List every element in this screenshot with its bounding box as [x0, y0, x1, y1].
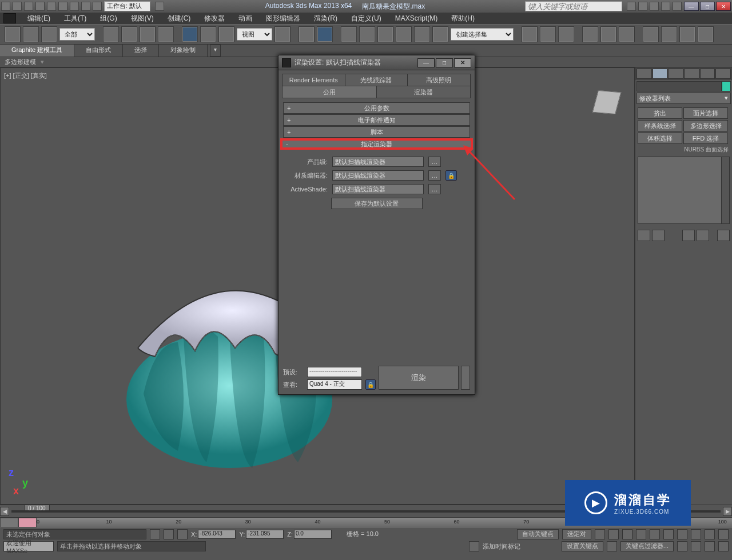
play-icon[interactable]	[636, 529, 646, 539]
rollout-email[interactable]: +电子邮件通知	[283, 114, 470, 126]
save-defaults-button[interactable]: 保存为默认设置	[331, 198, 423, 209]
info-center-icon[interactable]	[627, 2, 636, 11]
select-by-name-icon[interactable]	[121, 26, 137, 42]
angle-snap-icon[interactable]	[359, 26, 375, 42]
undo-icon[interactable]	[47, 2, 56, 11]
ref-coord-dropdown[interactable]: 视图	[237, 28, 272, 41]
nav-extents-icon[interactable]	[705, 529, 715, 539]
mirror-icon[interactable]	[522, 26, 538, 42]
select-and-scale-icon[interactable]	[218, 26, 234, 42]
menu-maxscript[interactable]: MAXScript(M)	[389, 14, 444, 22]
coord-z[interactable]: 0.0	[294, 530, 332, 539]
rollout-scripts[interactable]: +脚本	[283, 126, 470, 138]
menu-views[interactable]: 视图(V)	[125, 14, 160, 23]
favorites-icon[interactable]	[661, 2, 670, 11]
percent-snap-icon[interactable]	[377, 26, 393, 42]
select-link-icon[interactable]	[5, 26, 21, 42]
dialog-maximize-button[interactable]: □	[436, 58, 453, 67]
time-next-icon[interactable]: ▶	[723, 507, 732, 516]
ribbon-tab-graphite[interactable]: Graphite 建模工具	[0, 45, 74, 57]
tab-hierarchy-icon[interactable]	[668, 69, 683, 79]
pin-stack-icon[interactable]	[638, 230, 650, 241]
schematic-view-icon[interactable]	[600, 26, 616, 42]
workspace-dropdown[interactable]: 工作台: 默认	[104, 1, 150, 11]
close-button[interactable]: ✕	[716, 2, 731, 11]
redo-icon[interactable]	[70, 2, 79, 11]
menu-customize[interactable]: 自定义(U)	[345, 14, 387, 23]
workspace-dd-icon[interactable]	[155, 2, 164, 11]
remove-mod-icon[interactable]	[697, 230, 709, 241]
tab-render-elements[interactable]: Render Elements	[282, 74, 345, 86]
ribbon-collapse-icon[interactable]: ▾	[210, 45, 221, 57]
coord-y[interactable]: -231.095	[246, 530, 284, 539]
tab-modify-icon[interactable]	[653, 69, 668, 79]
tab-common[interactable]: 公用	[282, 86, 377, 98]
matedit-browse-button[interactable]: …	[428, 170, 441, 181]
tab-raytracer[interactable]: 光线跟踪器	[345, 74, 408, 86]
app-logo-icon[interactable]	[3, 13, 16, 23]
btn-patch-select[interactable]: 面片选择	[683, 107, 728, 119]
selection-filter-dropdown[interactable]: 全部	[59, 28, 95, 41]
isolate-icon[interactable]	[164, 529, 174, 539]
key-filters-button[interactable]: 关键点过滤器...	[620, 541, 674, 551]
menu-edit[interactable]: 编辑(E)	[22, 14, 56, 23]
object-color-swatch[interactable]	[722, 81, 731, 91]
goto-end-icon[interactable]	[663, 529, 674, 539]
sel-set-dropdown[interactable]: 选定对	[562, 529, 591, 539]
open-icon[interactable]	[24, 2, 33, 11]
preset-dropdown[interactable]: -------------------------	[307, 367, 362, 377]
goto-start-icon[interactable]	[608, 529, 619, 539]
btn-ffd-select[interactable]: FFD 选择	[683, 133, 728, 144]
menu-tools[interactable]: 工具(T)	[58, 14, 92, 23]
tab-renderer[interactable]: 渲染器	[376, 86, 471, 98]
render-setup-icon[interactable]	[643, 26, 659, 42]
tab-create-icon[interactable]	[636, 69, 652, 79]
time-prev-icon[interactable]: ◀	[0, 507, 9, 516]
rollout-common-params[interactable]: +公用参数	[283, 102, 470, 114]
coord-x[interactable]: -826.043	[198, 530, 236, 539]
make-unique-icon[interactable]	[682, 230, 695, 241]
rendered-frame-icon[interactable]	[661, 26, 677, 42]
undo-dd-icon[interactable]	[58, 2, 67, 11]
add-time-tag[interactable]: 添加时间标记	[483, 542, 520, 551]
modifier-stack[interactable]	[638, 157, 730, 224]
tab-motion-icon[interactable]	[684, 69, 699, 79]
named-sel-options-icon[interactable]	[432, 26, 448, 42]
trackbar-filter-icon[interactable]	[18, 518, 37, 527]
btn-extrude[interactable]: 挤出	[638, 107, 682, 119]
menu-help[interactable]: 帮助(H)	[445, 14, 480, 23]
nav-maximize-icon[interactable]	[718, 541, 729, 551]
dialog-titlebar[interactable]: 渲染设置: 默认扫描线渲染器 — □ ✕	[279, 55, 475, 70]
view-dropdown[interactable]: Quad 4 - 正交	[307, 379, 362, 390]
dialog-close-button[interactable]: ✕	[454, 58, 471, 67]
tab-display-icon[interactable]	[700, 69, 715, 79]
ribbon-tab-selection[interactable]: 选择	[123, 45, 159, 57]
nav-orbit-icon[interactable]	[691, 541, 701, 551]
menu-create[interactable]: 创建(C)	[162, 14, 197, 23]
snap-3-icon[interactable]	[341, 26, 357, 42]
nav-walk-icon[interactable]	[705, 541, 715, 551]
auto-key-button[interactable]: 自动关键点	[517, 529, 559, 539]
edit-named-sel-icon[interactable]	[414, 26, 430, 42]
maxscript-mini-listener[interactable]: 欢迎使用 MAXSc	[3, 541, 54, 551]
use-center-icon[interactable]	[274, 26, 291, 42]
link-icon[interactable]	[93, 2, 102, 11]
dialog-minimize-button[interactable]: —	[417, 58, 435, 67]
menu-group[interactable]: 组(G)	[94, 14, 122, 23]
btn-spline-select[interactable]: 样条线选择	[638, 120, 682, 131]
keyboard-shortcut-icon[interactable]	[317, 26, 333, 42]
spinner-snap-icon[interactable]	[396, 26, 412, 42]
signin-icon[interactable]	[638, 2, 647, 11]
stack-scrollbar[interactable]	[721, 157, 729, 223]
exchange-icon[interactable]	[650, 2, 659, 11]
align-icon[interactable]	[540, 26, 556, 42]
nav-zoom-all-icon[interactable]	[691, 529, 701, 539]
menu-modifiers[interactable]: 修改器	[198, 14, 230, 23]
menu-animation[interactable]: 动画	[233, 14, 258, 23]
matedit-lock-icon[interactable]: 🔒	[445, 170, 457, 181]
view-lock-icon[interactable]: 🔒	[365, 379, 376, 390]
select-and-rotate-icon[interactable]	[200, 26, 216, 42]
configure-sets-icon[interactable]	[717, 230, 730, 241]
help-icon[interactable]	[673, 2, 682, 11]
viewport-label[interactable]: [+] [正交] [真实]	[4, 71, 47, 80]
